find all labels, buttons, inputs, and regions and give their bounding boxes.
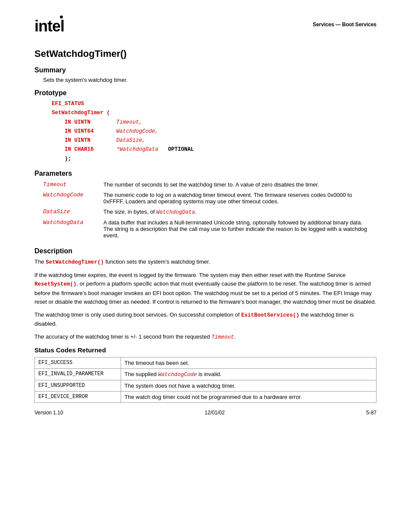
footer-version: Version 1.10 [34,410,63,416]
description-block: The SetWatchdogTimer() function sets the… [34,258,377,342]
summary-text: Sets the system's watchdog timer. [43,77,377,83]
param-datasize: DataSize The size, in bytes, of Watchdog… [34,207,377,218]
desc-para-3: The watchdog timer is only used during b… [34,311,377,329]
footer-page: 5-87 [366,410,377,416]
proto-line1: EFI_STATUS [52,101,84,107]
status-codes-heading: Status Codes Returned [34,346,377,354]
status-desc-success: The timeout has been set. [121,357,377,368]
description-heading: Description [34,247,377,255]
status-row-unsupported: EFI_UNSUPPORTED The system does not have… [35,380,377,391]
param-desc-timeout: The number of seconds to set the watchdo… [99,180,377,190]
prototype-block: EFI_STATUS SetWatchdogTimer ( IN UINTN T… [52,100,377,164]
status-code-invalid-param: EFI_INVALID_PARAMETER [35,368,121,380]
param-watchdogcode: WatchdogCode The numeric code to log on … [34,190,377,207]
status-desc-invalid-param: The supplied WatchdogCode is invalid. [121,368,377,380]
summary-heading: Summary [34,66,377,74]
status-row-invalid-param: EFI_INVALID_PARAMETER The supplied Watch… [35,368,377,380]
desc-para-2: If the watchdog timer expires, the event… [34,271,377,306]
status-code-success: EFI_SUCCESS [35,357,121,368]
prototype-heading: Prototype [34,89,377,97]
param-name-watchdogcode: WatchdogCode [34,190,99,207]
param-desc-watchdogcode: The numeric code to log on a watchdog ti… [99,190,377,207]
page-footer: Version 1.10 12/01/02 5-87 [34,410,377,416]
proto-line2: SetWatchdogTimer ( [52,110,110,116]
status-codes-table: EFI_SUCCESS The timeout has been set. EF… [34,357,377,403]
intel-logo: intel [34,17,64,35]
param-watchdogdata: WatchdogData A data buffer that includes… [34,218,377,241]
param-desc-datasize: The size, in bytes, of WatchdogData. [99,207,377,218]
footer-date: 12/01/02 [205,410,225,416]
header-section-label: Services — Boot Services [313,22,377,28]
status-desc-device-error: The watch dog timer could not be program… [121,391,377,402]
desc-para-4: The accuracy of the watchdog timer is +/… [34,333,377,342]
page-title: SetWatchdogTimer() [34,48,377,59]
param-desc-watchdogdata: A data buffer that includes a Null-termi… [99,218,377,241]
status-row-success: EFI_SUCCESS The timeout has been set. [35,357,377,368]
status-code-unsupported: EFI_UNSUPPORTED [35,380,121,391]
status-code-device-error: EFI_DEVICE_ERROR [35,391,121,402]
desc-para-1: The SetWatchdogTimer() function sets the… [34,258,377,267]
page-header: intel Services — Boot Services [34,17,377,35]
param-name-datasize: DataSize [34,207,99,218]
param-name-timeout: Timeout [34,180,99,190]
status-desc-unsupported: The system does not have a watchdog time… [121,380,377,391]
parameters-heading: Parameters [34,170,377,177]
status-row-device-error: EFI_DEVICE_ERROR The watch dog timer cou… [35,391,377,402]
param-timeout: Timeout The number of seconds to set the… [34,180,377,190]
param-name-watchdogdata: WatchdogData [34,218,99,241]
parameters-table: Timeout The number of seconds to set the… [34,180,377,241]
